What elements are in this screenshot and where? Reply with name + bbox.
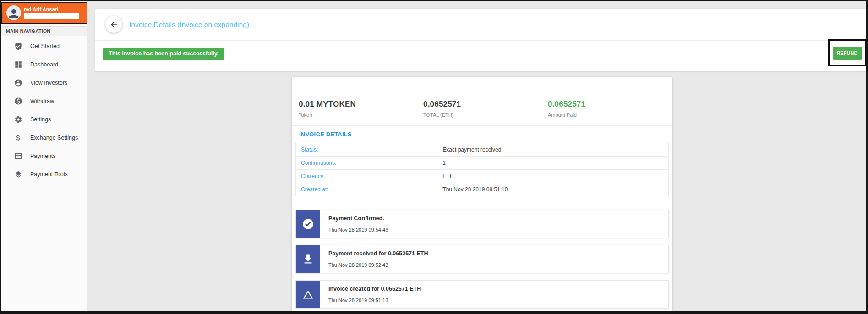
row-value: 1 [437, 157, 669, 170]
invoice-card-topbar [292, 77, 672, 91]
sidebar-item-label: Dashboard [30, 61, 58, 68]
sidebar-item-settings[interactable]: Settings [1, 110, 87, 129]
sidebar-item-payment-tools[interactable]: Payment Tools [1, 165, 87, 184]
refund-button[interactable]: REFUND [833, 47, 862, 60]
stat-amount-paid: 0.0652571 Amount Paid [548, 100, 672, 118]
timeline-body: Invoice created for 0.0652571 ETH Thu No… [320, 281, 421, 308]
table-row: Currency: ETH [296, 170, 669, 183]
user-name: md Arif Ansari [24, 6, 58, 12]
row-value: Thu Nov 28 2019 09:51:10 [437, 183, 669, 196]
dollar-circle-icon [14, 97, 22, 105]
sidebar-item-label: Payments [30, 153, 56, 159]
timeline-item-invoice-created: Invoice created for 0.0652571 ETH Thu No… [295, 280, 669, 309]
sidebar-nav: Get Started Dashboard View Investors Wit… [1, 37, 87, 184]
timeline-date: Thu Nov 28 2019 09:52:43 [328, 262, 428, 268]
timeline-date: Thu Nov 28 2019 09:51:13 [328, 298, 421, 303]
timeline-body: Payment Confirmed. Thu Nov 28 2019 09:54… [320, 210, 388, 238]
row-label: Confirmations: [296, 157, 437, 170]
sidebar-item-withdraw[interactable]: Withdraw [1, 92, 87, 110]
download-icon [302, 253, 314, 265]
row-label: Status: [296, 143, 437, 157]
timeline-icon-box [296, 281, 320, 308]
timeline-item-payment-confirmed: Payment Confirmed. Thu Nov 28 2019 09:54… [295, 210, 669, 238]
row-label: Currency: [296, 170, 437, 183]
arrow-left-icon [109, 20, 119, 29]
sidebar: md Arif Ansari MAIN NAVIGATION Get Start… [1, 1, 87, 311]
sidebar-item-label: View Investors [30, 80, 67, 86]
table-row: Status: Exact payment received. [296, 143, 669, 157]
stat-token: 0.01 MYTOKEN Token [299, 100, 423, 118]
title-row: Invoice Details (Invoice on expanding) [95, 9, 866, 41]
triangle-icon [302, 288, 314, 301]
stat-label: TOTAL (ETH) [423, 112, 548, 118]
sidebar-item-label: Exchange Settings [30, 135, 78, 141]
person-icon [7, 7, 21, 20]
app-window: md Arif Ansari MAIN NAVIGATION Get Start… [0, 0, 868, 314]
timeline-date: Thu Nov 28 2019 09:54:46 [328, 227, 388, 233]
table-row: Confirmations: 1 [296, 157, 669, 170]
sidebar-item-label: Payment Tools [30, 171, 68, 178]
invoice-details-heading: INVOICE DETAILS [299, 131, 672, 138]
user-profile-panel[interactable]: md Arif Ansari [1, 2, 87, 24]
stat-total-eth: 0.0652571 TOTAL (ETH) [423, 100, 548, 118]
invoice-stats: 0.01 MYTOKEN Token 0.0652571 TOTAL (ETH)… [292, 91, 672, 118]
stat-value: 0.0652571 [548, 100, 672, 109]
redacted-email-bar [24, 13, 79, 19]
sidebar-item-label: Get Started [30, 43, 60, 49]
section-divider [292, 125, 672, 126]
invoice-timeline: Payment Confirmed. Thu Nov 28 2019 09:54… [295, 210, 669, 314]
timeline-item-payment-received: Payment received for 0.0652571 ETH Thu N… [295, 245, 669, 273]
timeline-icon-box [296, 245, 320, 273]
sidebar-item-label: Withdraw [30, 98, 54, 104]
back-button[interactable] [105, 16, 122, 33]
page-header-card: Invoice Details (Invoice on expanding) T… [95, 9, 866, 71]
sidebar-item-dashboard[interactable]: Dashboard [1, 55, 87, 74]
sidebar-item-view-investors[interactable]: View Investors [1, 74, 87, 92]
nav-section-label: MAIN NAVIGATION [1, 26, 87, 36]
sidebar-item-exchange-settings[interactable]: Exchange Settings [1, 129, 87, 147]
layers-icon [14, 170, 22, 179]
shield-check-icon [14, 42, 22, 50]
timeline-title: Invoice created for 0.0652571 ETH [328, 286, 421, 292]
sidebar-item-payments[interactable]: Payments [1, 147, 87, 165]
table-row: Created at: Thu Nov 28 2019 09:51:10 [296, 183, 669, 196]
gear-icon [14, 115, 22, 124]
person-circle-icon [14, 79, 22, 87]
stat-label: Token [299, 112, 423, 118]
row-value: Exact payment received. [437, 143, 669, 157]
sidebar-item-label: Settings [30, 116, 51, 123]
dollar-icon [14, 134, 22, 142]
row-value: ETH [437, 170, 669, 183]
invoice-details-table: Status: Exact payment received. Confirma… [295, 143, 669, 196]
dashboard-icon [14, 60, 22, 69]
sidebar-item-get-started[interactable]: Get Started [1, 37, 87, 55]
invoice-card: 0.01 MYTOKEN Token 0.0652571 TOTAL (ETH)… [292, 77, 672, 311]
stat-value: 0.01 MYTOKEN [299, 100, 423, 109]
credit-card-icon [14, 152, 22, 160]
timeline-icon-box [296, 210, 320, 238]
row-label: Created at: [296, 183, 437, 196]
stat-label: Amount Paid [548, 112, 672, 118]
stat-value: 0.0652571 [423, 100, 548, 109]
timeline-title: Payment Confirmed. [328, 215, 388, 222]
timeline-title: Payment received for 0.0652571 ETH [328, 250, 428, 257]
success-banner: This invoice has been paid successfully. [103, 48, 224, 60]
check-circle-icon [302, 218, 314, 230]
page-title: Invoice Details (Invoice on expanding) [129, 21, 249, 29]
refund-highlight-box: REFUND [828, 39, 866, 66]
action-row: This invoice has been paid successfully. [95, 41, 866, 70]
timeline-body: Payment received for 0.0652571 ETH Thu N… [320, 245, 428, 273]
avatar [6, 5, 21, 20]
